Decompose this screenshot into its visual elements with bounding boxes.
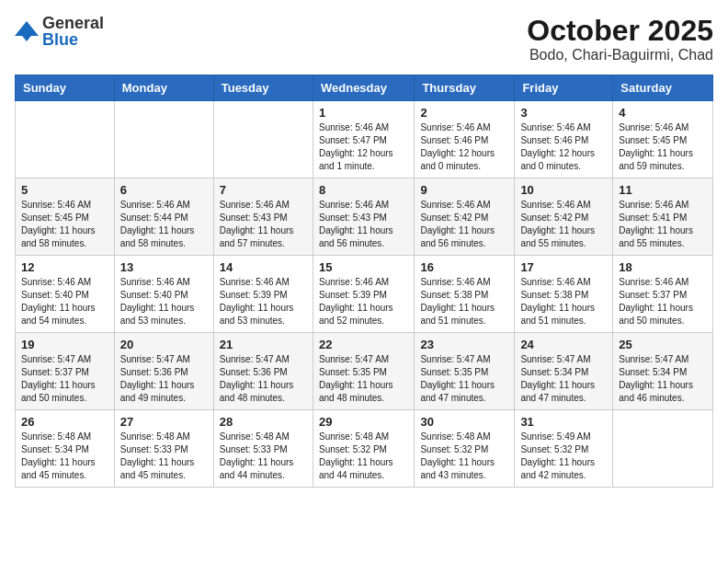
- calendar-week-row: 26Sunrise: 5:48 AMSunset: 5:34 PMDayligh…: [16, 410, 713, 488]
- weekday-header-sunday: Sunday: [16, 75, 115, 101]
- calendar-table: SundayMondayTuesdayWednesdayThursdayFrid…: [15, 75, 713, 488]
- calendar-cell: 24Sunrise: 5:47 AMSunset: 5:34 PMDayligh…: [515, 333, 613, 410]
- day-info: Sunrise: 5:46 AMSunset: 5:38 PMDaylight:…: [420, 276, 508, 327]
- page-header: General Blue October 2025 Bodo, Chari-Ba…: [15, 15, 713, 63]
- day-info: Sunrise: 5:46 AMSunset: 5:38 PMDaylight:…: [520, 276, 607, 327]
- day-number: 4: [619, 106, 707, 120]
- calendar-header-row: SundayMondayTuesdayWednesdayThursdayFrid…: [16, 75, 713, 101]
- day-info: Sunrise: 5:47 AMSunset: 5:36 PMDaylight:…: [220, 353, 307, 405]
- day-info: Sunrise: 5:47 AMSunset: 5:36 PMDaylight:…: [120, 353, 208, 405]
- weekday-header-tuesday: Tuesday: [213, 75, 313, 101]
- day-info: Sunrise: 5:46 AMSunset: 5:42 PMDaylight:…: [520, 199, 607, 250]
- calendar-cell: 23Sunrise: 5:47 AMSunset: 5:35 PMDayligh…: [415, 333, 515, 410]
- day-info: Sunrise: 5:47 AMSunset: 5:35 PMDaylight:…: [319, 353, 408, 405]
- day-number: 31: [520, 415, 607, 429]
- title-block: October 2025 Bodo, Chari-Baguirmi, Chad: [527, 15, 713, 63]
- day-number: 23: [420, 338, 508, 351]
- calendar-cell: 11Sunrise: 5:46 AMSunset: 5:41 PMDayligh…: [613, 178, 713, 256]
- day-info: Sunrise: 5:46 AMSunset: 5:45 PMDaylight:…: [21, 199, 108, 250]
- calendar-cell: 18Sunrise: 5:46 AMSunset: 5:37 PMDayligh…: [613, 256, 713, 333]
- day-info: Sunrise: 5:47 AMSunset: 5:34 PMDaylight:…: [619, 353, 707, 405]
- calendar-cell: 10Sunrise: 5:46 AMSunset: 5:42 PMDayligh…: [515, 178, 613, 256]
- day-number: 28: [220, 415, 307, 429]
- calendar-cell: 6Sunrise: 5:46 AMSunset: 5:44 PMDaylight…: [114, 178, 213, 256]
- day-number: 27: [120, 415, 208, 429]
- day-number: 14: [220, 260, 307, 274]
- day-number: 18: [619, 260, 707, 274]
- day-number: 8: [319, 183, 408, 197]
- day-number: 12: [21, 260, 108, 274]
- day-number: 30: [420, 415, 508, 429]
- day-number: 9: [420, 183, 508, 197]
- day-info: Sunrise: 5:48 AMSunset: 5:33 PMDaylight:…: [220, 431, 307, 482]
- day-number: 2: [420, 106, 508, 120]
- day-number: 6: [120, 183, 208, 197]
- calendar-cell: 28Sunrise: 5:48 AMSunset: 5:33 PMDayligh…: [213, 410, 313, 488]
- calendar-cell: 22Sunrise: 5:47 AMSunset: 5:35 PMDayligh…: [313, 333, 414, 410]
- calendar-cell: 19Sunrise: 5:47 AMSunset: 5:37 PMDayligh…: [16, 333, 115, 410]
- day-number: 21: [220, 338, 307, 351]
- weekday-header-friday: Friday: [515, 75, 613, 101]
- day-info: Sunrise: 5:46 AMSunset: 5:43 PMDaylight:…: [319, 199, 408, 250]
- calendar-cell: 16Sunrise: 5:46 AMSunset: 5:38 PMDayligh…: [415, 256, 515, 333]
- calendar-week-row: 1Sunrise: 5:46 AMSunset: 5:47 PMDaylight…: [16, 101, 713, 178]
- day-number: 1: [319, 106, 408, 120]
- calendar-cell: 7Sunrise: 5:46 AMSunset: 5:43 PMDaylight…: [213, 178, 313, 256]
- calendar-cell: 26Sunrise: 5:48 AMSunset: 5:34 PMDayligh…: [16, 410, 115, 488]
- day-info: Sunrise: 5:46 AMSunset: 5:45 PMDaylight:…: [619, 121, 707, 173]
- calendar-cell: 30Sunrise: 5:48 AMSunset: 5:32 PMDayligh…: [415, 410, 515, 488]
- calendar-cell: 5Sunrise: 5:46 AMSunset: 5:45 PMDaylight…: [16, 178, 115, 256]
- calendar-cell: 21Sunrise: 5:47 AMSunset: 5:36 PMDayligh…: [213, 333, 313, 410]
- day-number: 11: [619, 183, 707, 197]
- calendar-cell: 9Sunrise: 5:46 AMSunset: 5:42 PMDaylight…: [415, 178, 515, 256]
- day-info: Sunrise: 5:47 AMSunset: 5:37 PMDaylight:…: [21, 353, 108, 405]
- calendar-cell: 31Sunrise: 5:49 AMSunset: 5:32 PMDayligh…: [515, 410, 613, 488]
- calendar-cell: 25Sunrise: 5:47 AMSunset: 5:34 PMDayligh…: [613, 333, 713, 410]
- calendar-cell: 15Sunrise: 5:46 AMSunset: 5:39 PMDayligh…: [313, 256, 414, 333]
- calendar-cell: 20Sunrise: 5:47 AMSunset: 5:36 PMDayligh…: [114, 333, 213, 410]
- day-info: Sunrise: 5:46 AMSunset: 5:39 PMDaylight:…: [319, 276, 408, 327]
- day-number: 7: [220, 183, 307, 197]
- day-info: Sunrise: 5:46 AMSunset: 5:44 PMDaylight:…: [120, 199, 208, 250]
- calendar-cell: 1Sunrise: 5:46 AMSunset: 5:47 PMDaylight…: [313, 101, 414, 178]
- day-info: Sunrise: 5:46 AMSunset: 5:47 PMDaylight:…: [319, 121, 408, 173]
- day-info: Sunrise: 5:47 AMSunset: 5:35 PMDaylight:…: [420, 353, 508, 405]
- day-number: 20: [120, 338, 208, 351]
- day-info: Sunrise: 5:48 AMSunset: 5:32 PMDaylight:…: [420, 431, 508, 482]
- day-info: Sunrise: 5:46 AMSunset: 5:42 PMDaylight:…: [420, 199, 508, 250]
- calendar-cell: 14Sunrise: 5:46 AMSunset: 5:39 PMDayligh…: [213, 256, 313, 333]
- calendar-cell: [16, 101, 115, 178]
- calendar-cell: 2Sunrise: 5:46 AMSunset: 5:46 PMDaylight…: [415, 101, 515, 178]
- day-info: Sunrise: 5:48 AMSunset: 5:33 PMDaylight:…: [120, 431, 208, 482]
- day-number: 25: [619, 338, 707, 351]
- weekday-header-thursday: Thursday: [415, 75, 515, 101]
- day-number: 3: [520, 106, 607, 120]
- calendar-week-row: 5Sunrise: 5:46 AMSunset: 5:45 PMDaylight…: [16, 178, 713, 256]
- weekday-header-wednesday: Wednesday: [313, 75, 414, 101]
- day-info: Sunrise: 5:46 AMSunset: 5:40 PMDaylight:…: [120, 276, 208, 327]
- calendar-cell: [114, 101, 213, 178]
- logo-blue: Blue: [42, 31, 104, 48]
- day-number: 15: [319, 260, 408, 274]
- day-number: 13: [120, 260, 208, 274]
- day-number: 16: [420, 260, 508, 274]
- day-info: Sunrise: 5:47 AMSunset: 5:34 PMDaylight:…: [520, 353, 607, 405]
- calendar-cell: 12Sunrise: 5:46 AMSunset: 5:40 PMDayligh…: [16, 256, 115, 333]
- day-number: 26: [21, 415, 108, 429]
- month-title: October 2025: [527, 15, 713, 47]
- day-number: 29: [319, 415, 408, 429]
- day-info: Sunrise: 5:48 AMSunset: 5:34 PMDaylight:…: [21, 431, 108, 482]
- calendar-cell: [213, 101, 313, 178]
- day-number: 10: [520, 183, 607, 197]
- calendar-cell: 4Sunrise: 5:46 AMSunset: 5:45 PMDaylight…: [613, 101, 713, 178]
- day-info: Sunrise: 5:46 AMSunset: 5:37 PMDaylight:…: [619, 276, 707, 327]
- calendar-cell: 29Sunrise: 5:48 AMSunset: 5:32 PMDayligh…: [313, 410, 414, 488]
- calendar-cell: 27Sunrise: 5:48 AMSunset: 5:33 PMDayligh…: [114, 410, 213, 488]
- day-info: Sunrise: 5:48 AMSunset: 5:32 PMDaylight:…: [319, 431, 408, 482]
- day-number: 19: [21, 338, 108, 351]
- calendar-cell: 3Sunrise: 5:46 AMSunset: 5:46 PMDaylight…: [515, 101, 613, 178]
- calendar-week-row: 19Sunrise: 5:47 AMSunset: 5:37 PMDayligh…: [16, 333, 713, 410]
- logo-general: General: [42, 15, 104, 31]
- day-info: Sunrise: 5:49 AMSunset: 5:32 PMDaylight:…: [520, 431, 607, 482]
- day-info: Sunrise: 5:46 AMSunset: 5:46 PMDaylight:…: [420, 121, 508, 173]
